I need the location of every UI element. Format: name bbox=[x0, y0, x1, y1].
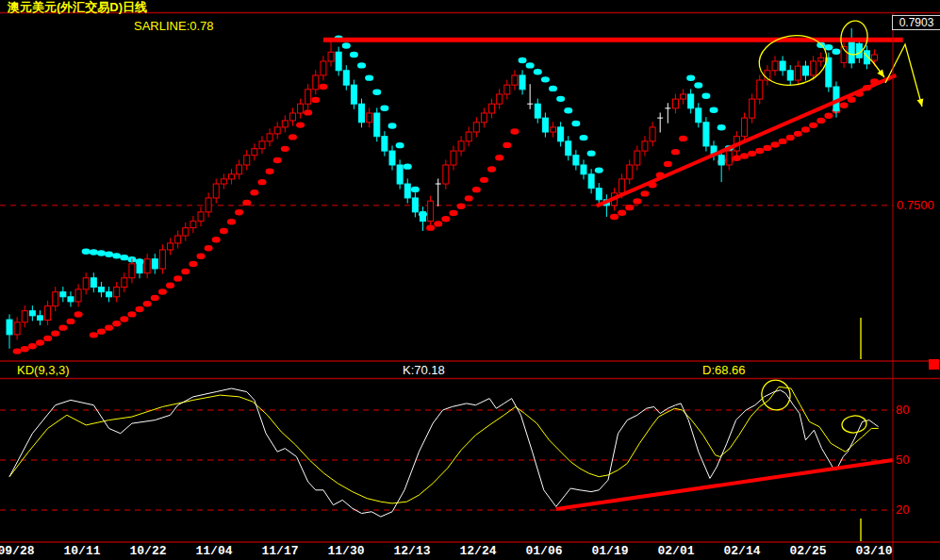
x-axis-label: 12/13 bbox=[393, 544, 430, 558]
x-axis-label: 10/22 bbox=[129, 544, 166, 558]
last-price-value: 0.7903 bbox=[899, 16, 934, 29]
last-price-box: 0.7903 bbox=[892, 15, 940, 30]
x-axis-label: 11/17 bbox=[261, 544, 298, 558]
trendlines-layer bbox=[323, 40, 903, 509]
grid-lines bbox=[0, 206, 893, 510]
sar-indicator-label: SARLINE:0.78 bbox=[134, 20, 214, 33]
candles-layer bbox=[7, 28, 878, 349]
kd-axis-label-80: 80 bbox=[896, 404, 909, 417]
x-axis-label: 12/24 bbox=[459, 544, 496, 558]
x-axis-label: 01/06 bbox=[525, 544, 562, 558]
pane-resize-handle[interactable] bbox=[929, 359, 939, 370]
x-axis-label: 03/10 bbox=[855, 544, 892, 558]
kd-d-value: D:68.66 bbox=[702, 364, 746, 377]
x-axis-label: 02/14 bbox=[723, 544, 760, 558]
x-axis-label: 02/25 bbox=[789, 544, 826, 558]
page-title: 澳元美元(外汇交易D)日线 bbox=[8, 1, 147, 14]
kd-axis-label-20: 20 bbox=[896, 503, 909, 517]
kd-lines-layer bbox=[9, 387, 879, 517]
x-axis-label: 01/19 bbox=[591, 544, 628, 558]
x-axis-label: 02/01 bbox=[657, 544, 694, 558]
kd-indicator-label: KD(9,3,3) bbox=[17, 364, 70, 377]
price-grid-label: 0.7500 bbox=[897, 199, 934, 212]
x-axis-label: 11/04 bbox=[195, 544, 232, 558]
chart-window: 澳元美元(外汇交易D)日线 SARLINE:0.78 0.7903 0.7500… bbox=[0, 0, 940, 560]
x-axis-label: 10/11 bbox=[63, 544, 100, 558]
frame-lines bbox=[0, 13, 940, 560]
kd-k-value: K:70.18 bbox=[403, 364, 445, 377]
x-axis-label: 09/28 bbox=[0, 544, 35, 558]
x-axis-label: 11/30 bbox=[327, 544, 364, 558]
kd-axis-label-50: 50 bbox=[896, 453, 909, 467]
chart-canvas[interactable] bbox=[0, 0, 940, 560]
sar-dots-layer bbox=[13, 36, 879, 354]
